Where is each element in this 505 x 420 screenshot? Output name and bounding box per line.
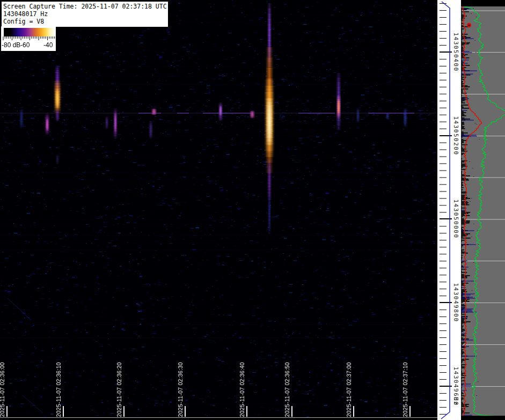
tuned-frequency-text: 143048017 Hz xyxy=(3,10,166,18)
hz-unit-label: Hz xyxy=(452,397,459,406)
waterfall-spectrogram-canvas xyxy=(0,0,437,420)
frequency-axis-label: 143050200 xyxy=(452,116,459,155)
time-axis-label: 2025-11-07 02:36:00 xyxy=(0,362,5,417)
time-axis-tick xyxy=(246,406,247,417)
time-axis-label: 2025-11-07 02:36:30 xyxy=(177,362,184,417)
color-gradient-bar xyxy=(4,28,55,36)
time-axis-tick xyxy=(123,406,125,417)
frequency-axis-label: 143050400 xyxy=(452,32,459,71)
db-scale-ruler xyxy=(1,36,56,41)
frequency-axis-label: 143049800 xyxy=(452,283,459,322)
spectrum-panel xyxy=(461,0,505,420)
time-axis-tick xyxy=(353,406,354,417)
time-axis-label: 2025-11-07 02:36:40 xyxy=(239,362,245,417)
time-axis-tick xyxy=(291,406,292,417)
config-text: Config = V8 xyxy=(3,18,166,25)
capture-info-box: Screen Capture Time: 2025-11-07 02:37:18… xyxy=(1,1,169,27)
waterfall-area: 2025-11-07 02:36:002025-11-07 02:36:1020… xyxy=(0,0,437,420)
spectrum-plot-canvas xyxy=(461,0,505,420)
time-axis-label: 2025-11-07 02:36:50 xyxy=(284,362,290,417)
time-axis-tick xyxy=(63,406,64,417)
db-label: -80 dB xyxy=(2,41,20,49)
spectrogram-app: 2025-11-07 02:36:002025-11-07 02:36:1020… xyxy=(0,0,505,420)
time-axis-tick xyxy=(6,406,8,417)
frequency-axis-label: 143050000 xyxy=(452,199,459,238)
capture-time-text: Screen Capture Time: 2025-11-07 02:37:18… xyxy=(3,3,166,10)
time-axis-label: 2025-11-07 02:37:10 xyxy=(402,362,408,417)
time-axis-label: 2025-11-07 02:36:10 xyxy=(55,362,62,417)
time-axis-tick xyxy=(409,406,411,417)
time-axis-label: 2025-11-07 02:36:20 xyxy=(116,362,122,417)
time-axis-tick xyxy=(185,406,186,417)
db-label: -60 xyxy=(20,41,30,49)
frequency-scale: 1430504001430502001430500001430498001430… xyxy=(437,0,461,420)
color-scale-legend: -80 dB-60-40 xyxy=(1,26,56,51)
db-label: -40 xyxy=(43,41,53,49)
time-axis-label: 2025-11-07 02:37:00 xyxy=(346,362,352,417)
